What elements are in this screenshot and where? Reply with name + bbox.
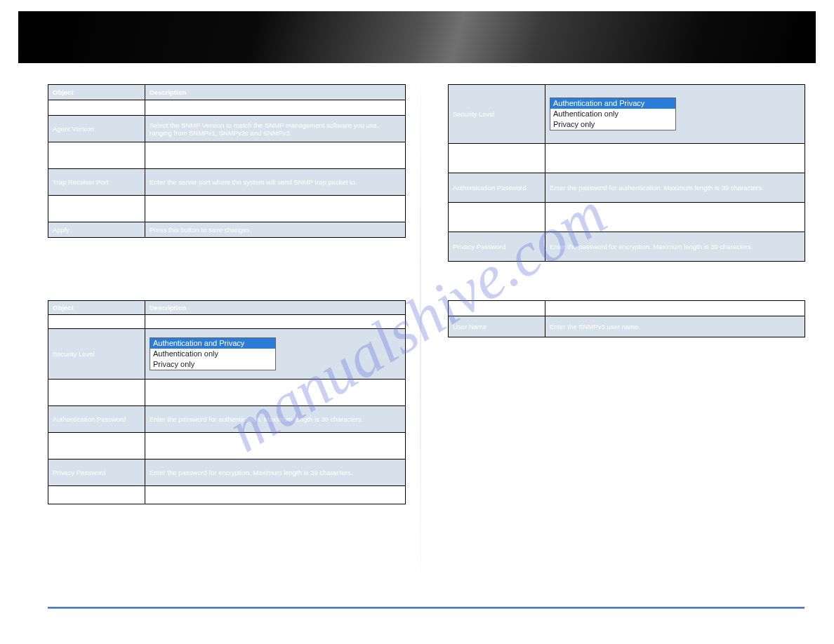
table-value-cell: Enter the server port where the system w… — [145, 169, 406, 196]
table-label-cell: Trap Receiver Port — [48, 169, 145, 196]
table-value-cell: Enable/Disable SNMP function. — [145, 100, 406, 116]
table-value-cell: Press this button to save changes. — [145, 486, 406, 504]
table-label-cell: Security Level — [449, 85, 545, 144]
table-label-cell: Privacy Type — [449, 203, 545, 232]
table-label-cell: Privacy Password — [48, 459, 145, 486]
dropdown-option: Authentication only — [550, 109, 675, 119]
security-level-dropdown: Authentication and PrivacyAuthentication… — [150, 337, 276, 371]
table-value-cell: Enter the password for encryption. Maxim… — [545, 232, 805, 262]
table-value-cell: Enter the password for authentication. M… — [145, 406, 406, 433]
table-label-cell: Security Level — [48, 329, 145, 380]
dropdown-option: Authentication and Privacy — [150, 338, 275, 349]
table-snmp-config: ObjectDescriptionSNMP StateEnable/Disabl… — [48, 84, 406, 238]
right-intro-text: In Trap Account area: — [448, 267, 805, 277]
page-number: 44 — [413, 617, 421, 626]
table-value-cell: Select the encryption method for the com… — [545, 203, 805, 232]
left-intro-text: When selecting SNMPv3 as SNMP Agent Vers… — [48, 243, 406, 253]
table-label-cell: SNMP Event Log — [48, 196, 145, 222]
table-value-cell: Enter the password for authentication. M… — [545, 173, 805, 203]
left-top-block: ObjectDescriptionSNMP StateEnable/Disabl… — [48, 84, 406, 257]
table-label-cell: Object — [48, 301, 145, 315]
copyright-text: Copyright © PLANET Technology Corporatio… — [48, 618, 251, 626]
table-label-cell: User Name — [449, 316, 545, 337]
table-label-cell: Authentication Password — [449, 173, 545, 203]
table-snmpv3-user: ObjectDescriptionUser NameEnter the SNMP… — [48, 300, 406, 504]
table-label-cell: Apply — [48, 222, 145, 238]
table-label-cell: Authentication Type — [48, 380, 145, 406]
security-level-dropdown: Authentication and PrivacyAuthentication… — [550, 98, 676, 131]
table-value-cell: Enter the SNMPv3 user name. — [145, 315, 406, 329]
table-snmpv3-cont: Security LevelAuthentication and Privacy… — [448, 84, 805, 262]
table-label-cell: Privacy Password — [449, 232, 545, 262]
table-value-cell: Enable/disable to record the SNMP action… — [145, 196, 406, 222]
table-value-cell: Authentication and PrivacyAuthentication… — [145, 329, 406, 380]
table-label-cell: User Name — [48, 315, 145, 329]
table-value-cell: Enter the password for encryption. Maxim… — [145, 459, 406, 486]
table-value-cell: Authentication and PrivacyAuthentication… — [545, 85, 805, 144]
dropdown-option: Authentication only — [150, 349, 275, 359]
table-trap-account: ObjectDescriptionUser NameEnter the SNMP… — [448, 300, 805, 337]
table-label-cell: Object — [48, 85, 145, 100]
table-value-cell: Select the authentication method for the… — [145, 380, 406, 406]
right-bottom-block: ObjectDescriptionUser NameEnter the SNMP… — [448, 300, 805, 337]
column-divider — [420, 70, 421, 588]
dropdown-option: Authentication and Privacy — [550, 98, 675, 109]
header-banner — [18, 11, 816, 63]
table-value-cell: Enter the SNMPv3 user name. — [545, 316, 805, 337]
table-label-cell: Trap Receiver IP — [48, 142, 145, 169]
table-value-cell: Description — [145, 301, 406, 315]
dropdown-option: Privacy only — [550, 119, 675, 130]
table-value-cell: Select the SNMP Version to match the SNM… — [145, 116, 406, 142]
table-label-cell: Object — [449, 301, 545, 316]
left-bottom-block: ObjectDescriptionUser NameEnter the SNMP… — [48, 300, 406, 504]
table-label-cell: Authentication Password — [48, 406, 145, 433]
table-label-cell: SNMP State — [48, 100, 145, 116]
table-label-cell: Authentication Type — [449, 144, 545, 173]
table-value-cell: Enter the SNMP server IP where the syste… — [145, 142, 406, 169]
table-label-cell: Apply — [48, 486, 145, 504]
right-top-block: Security LevelAuthentication and Privacy… — [448, 84, 805, 281]
footer-rule — [48, 607, 805, 609]
table-value-cell: Select the authentication method for the… — [545, 144, 805, 173]
table-label-cell: Agent Version — [48, 116, 145, 142]
table-label-cell: Privacy Type — [48, 433, 145, 459]
dropdown-option: Privacy only — [150, 359, 275, 370]
table-value-cell: Description — [145, 85, 406, 100]
table-value-cell: Description — [545, 301, 805, 316]
table-value-cell: Press this button to save changes. — [145, 222, 406, 238]
table-value-cell: Select the encryption method for the com… — [145, 433, 406, 459]
